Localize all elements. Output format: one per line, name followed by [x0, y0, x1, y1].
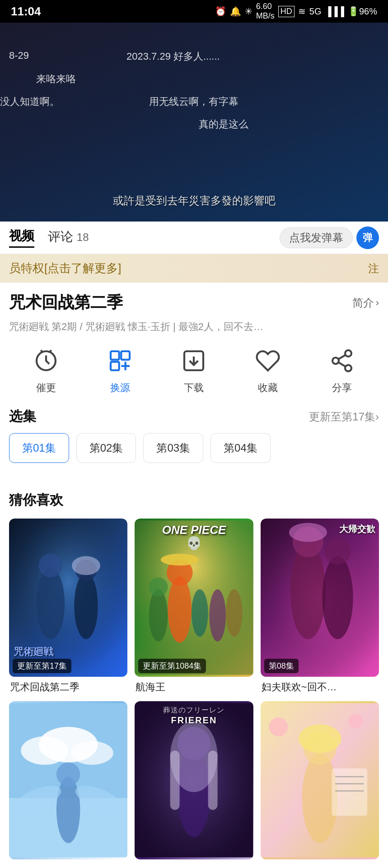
- video-background: 8-29 2023.7.29 好多人...... 来咯来咯 没人知道啊。 用无线…: [0, 23, 388, 222]
- anime-description: 咒術廻戦 第2期 / 咒術廻戦 懐玉·玉折 | 最強2人，回不去…: [9, 319, 379, 334]
- action-source[interactable]: 换源: [104, 345, 136, 395]
- rec-thumb-jujutsu: 咒術廻戦 更新至第17集: [9, 519, 127, 677]
- episode-btn-3[interactable]: 第03集: [143, 433, 203, 463]
- action-row: 催更 换源 下载: [9, 345, 379, 395]
- svg-point-8: [345, 350, 351, 357]
- svg-point-14: [36, 568, 65, 639]
- svg-point-56: [299, 724, 341, 753]
- svg-point-15: [39, 554, 62, 577]
- switch-source-icon: [104, 345, 136, 377]
- rec-thumb-onepiece: ONE PIECE 💀 更新至第1084集: [135, 519, 253, 677]
- svg-point-31: [289, 523, 327, 542]
- rec-badge-adult: 第08集: [264, 659, 299, 673]
- barrage-input-button[interactable]: 点我发弹幕: [280, 227, 353, 248]
- comments-count: 18: [77, 231, 89, 243]
- danmaku-overlay: 8-29 2023.7.29 好多人...... 来咯来咯 没人知道啊。 用无线…: [0, 23, 388, 222]
- member-text: 员特权[点击了解更多]: [9, 260, 121, 276]
- danmaku-comment: 8-29: [9, 50, 29, 61]
- svg-rect-5: [111, 362, 119, 370]
- svg-point-24: [161, 554, 199, 566]
- wifi-icon: ≋: [298, 6, 306, 17]
- svg-line-11: [338, 363, 346, 367]
- svg-point-9: [332, 358, 339, 364]
- rec-card-adult[interactable]: 大帰交歓 第08集 妇夫联欢~回不…: [261, 519, 379, 694]
- video-player[interactable]: 8-29 2023.7.29 好多人...... 来咯来咯 没人知道啊。 用无线…: [0, 23, 388, 222]
- download-label: 下载: [184, 381, 204, 395]
- rec-thumb-frieren: 葬送のフリーレン FRIEREN: [135, 701, 253, 859]
- action-remind[interactable]: 催更: [30, 345, 62, 395]
- svg-point-22: [168, 576, 192, 643]
- action-favorite[interactable]: 收藏: [252, 345, 284, 395]
- svg-rect-48: [170, 750, 180, 810]
- episode-section-title: 选集: [9, 407, 36, 426]
- svg-point-21: [149, 577, 168, 596]
- source-label: 换源: [110, 381, 130, 395]
- action-download[interactable]: 下载: [178, 345, 210, 395]
- episode-list: 第01集 第02集 第03集 第04集: [9, 433, 379, 465]
- episode-btn-4[interactable]: 第04集: [210, 433, 271, 463]
- episode-section: 选集 更新至第17集 › 第01集 第02集 第03集 第04集: [9, 407, 379, 465]
- status-icons: ⏰ 🔔 ✳ 6.60MB/s HD ≋ 5G ▐▐▐ 🔋96%: [215, 2, 377, 21]
- svg-rect-49: [208, 750, 218, 810]
- rec-badge-jujutsu: 更新至第17集: [13, 659, 71, 673]
- heart-icon: [252, 345, 284, 377]
- episode-more-button[interactable]: 更新至第17集 ›: [309, 410, 379, 424]
- svg-point-52: [348, 714, 362, 728]
- svg-point-27: [226, 590, 243, 637]
- rec-card-onepiece[interactable]: ONE PIECE 💀 更新至第1084集 航海王: [135, 519, 253, 694]
- svg-point-38: [70, 741, 113, 764]
- svg-point-39: [56, 777, 80, 843]
- svg-point-18: [72, 556, 100, 575]
- share-icon: [326, 345, 358, 377]
- barrage-button-group: 点我发弹幕 弹: [280, 226, 379, 249]
- member-banner[interactable]: 员特权[点击了解更多] 注: [0, 254, 388, 283]
- danmaku-comment: 用无线云啊，有字幕: [149, 95, 238, 108]
- episode-btn-1[interactable]: 第01集: [9, 433, 69, 463]
- svg-point-32: [322, 556, 353, 639]
- svg-point-40: [56, 762, 80, 786]
- content-area: 咒术回战第二季 简介 › 咒術廻戦 第2期 / 咒術廻戦 懐玉·玉折 | 最強2…: [0, 283, 388, 482]
- rec-card-yellow[interactable]: [261, 701, 379, 863]
- episode-btn-2[interactable]: 第02集: [76, 433, 136, 463]
- rec-card-jujutsu[interactable]: 咒術廻戦 更新至第17集 咒术回战第二季: [9, 519, 127, 694]
- svg-line-12: [338, 355, 346, 359]
- status-time: 11:04: [11, 5, 41, 19]
- anime-title: 咒术回战第二季: [9, 292, 123, 314]
- danmaku-comment: 没人知道啊。: [0, 95, 60, 108]
- svg-point-16: [74, 573, 98, 639]
- danmaku-comment: 2023.7.29 好多人......: [126, 50, 220, 63]
- tab-comments-label: 评论: [48, 230, 73, 244]
- status-bar: 11:04 ⏰ 🔔 ✳ 6.60MB/s HD ≋ 5G ▐▐▐ 🔋96%: [0, 0, 388, 23]
- recommendations-grid: 咒術廻戦 更新至第17集 咒术回战第二季: [9, 519, 379, 863]
- barrage-icon-button[interactable]: 弹: [356, 226, 379, 249]
- rec-thumb-adult: 大帰交歓 第08集: [261, 519, 379, 677]
- intro-button[interactable]: 简介 ›: [352, 296, 379, 310]
- tab-video[interactable]: 视频: [9, 227, 34, 248]
- chevron-right-icon: ›: [375, 410, 379, 423]
- title-row: 咒术回战第二季 简介 ›: [9, 292, 379, 314]
- svg-rect-57: [332, 768, 367, 816]
- rec-badge-onepiece: 更新至第1084集: [138, 659, 206, 673]
- hd-badge: HD: [278, 6, 295, 17]
- svg-point-29: [290, 544, 326, 639]
- recommendations-title: 猜你喜欢: [9, 491, 379, 509]
- member-right-text: 注: [368, 261, 379, 276]
- alarm-icon: ⏰: [215, 6, 226, 17]
- svg-rect-4: [121, 351, 130, 360]
- action-share[interactable]: 分享: [326, 345, 358, 395]
- mute-icon: 🔔: [230, 6, 241, 17]
- svg-point-33: [324, 538, 351, 565]
- danmaku-comment: 真的是这么: [199, 118, 248, 131]
- recommendations-section: 猜你喜欢: [0, 482, 388, 868]
- svg-point-20: [149, 590, 168, 642]
- battery-icon: 🔋96%: [348, 6, 377, 17]
- rec-thumb-yellow: [261, 701, 379, 859]
- svg-point-51: [269, 717, 288, 736]
- rec-name-onepiece: 航海王: [135, 680, 253, 694]
- rec-card-frieren[interactable]: 葬送のフリーレン FRIEREN: [135, 701, 253, 863]
- remind-label: 催更: [36, 381, 56, 395]
- tab-comments[interactable]: 评论 18: [48, 228, 89, 247]
- favorite-label: 收藏: [258, 381, 278, 395]
- rec-card-sky[interactable]: [9, 701, 127, 863]
- svg-rect-3: [111, 351, 119, 360]
